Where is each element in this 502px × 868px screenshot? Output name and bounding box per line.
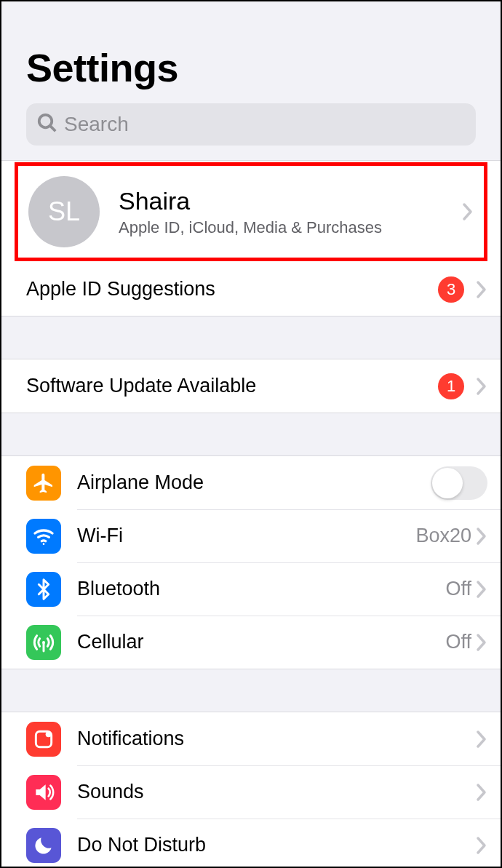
wifi-row[interactable]: Wi-Fi Box20 <box>1 509 501 562</box>
group-system: Notifications Sounds Do Not Disturb <box>1 712 501 868</box>
sounds-icon <box>26 775 61 810</box>
svg-point-2 <box>43 543 45 545</box>
group-account: SL Shaira Apple ID, iCloud, Media & Purc… <box>1 160 501 316</box>
row-label: Airplane Mode <box>77 471 431 494</box>
airplane-icon <box>26 466 61 501</box>
chevron-right-icon <box>476 632 487 653</box>
bluetooth-icon <box>26 572 61 607</box>
row-value: Box20 <box>415 525 471 547</box>
spacer <box>1 316 501 359</box>
chevron-right-icon <box>476 279 487 300</box>
notifications-row[interactable]: Notifications <box>1 712 501 765</box>
row-value: Off <box>445 578 471 600</box>
notifications-icon <box>26 722 61 757</box>
avatar-initials: SL <box>48 196 80 227</box>
profile-subtitle: Apple ID, iCloud, Media & Purchases <box>119 218 462 237</box>
profile-name: Shaira <box>119 187 462 215</box>
settings-screen: Settings Search SL Shaira Apple ID, iClo… <box>0 0 502 868</box>
header: Settings Search <box>1 1 501 160</box>
airplane-mode-row[interactable]: Airplane Mode <box>1 456 501 509</box>
chevron-right-icon <box>476 729 487 749</box>
moon-icon <box>26 828 61 863</box>
avatar: SL <box>28 176 100 247</box>
apple-id-suggestions-row[interactable]: Apple ID Suggestions 3 <box>1 263 501 316</box>
chevron-right-icon <box>476 376 487 397</box>
cellular-icon <box>26 625 61 660</box>
profile-text: Shaira Apple ID, iCloud, Media & Purchas… <box>119 187 462 237</box>
search-field[interactable]: Search <box>26 103 476 146</box>
dnd-row[interactable]: Do Not Disturb <box>1 819 501 868</box>
chevron-right-icon <box>476 579 487 600</box>
profile-row[interactable]: SL Shaira Apple ID, iCloud, Media & Purc… <box>18 166 484 258</box>
group-connectivity: Airplane Mode Wi-Fi Box20 Bluetooth Off <box>1 455 501 669</box>
sounds-row[interactable]: Sounds <box>1 765 501 819</box>
cellular-row[interactable]: Cellular Off <box>1 616 501 669</box>
chevron-right-icon <box>476 782 487 803</box>
spacer <box>1 669 501 712</box>
row-label: Bluetooth <box>77 578 445 600</box>
row-label: Wi-Fi <box>77 525 415 547</box>
search-placeholder: Search <box>64 113 129 136</box>
row-label: Notifications <box>77 728 476 750</box>
page-title: Settings <box>26 45 476 90</box>
spacer <box>1 413 501 455</box>
chevron-right-icon <box>476 526 487 546</box>
svg-point-0 <box>39 115 52 128</box>
row-label: Software Update Available <box>26 375 438 397</box>
row-label: Do Not Disturb <box>77 834 476 856</box>
group-update: Software Update Available 1 <box>1 359 501 413</box>
chevron-right-icon <box>476 835 487 856</box>
wifi-icon <box>26 519 61 554</box>
search-icon <box>36 112 58 137</box>
svg-point-6 <box>46 731 52 737</box>
row-label: Cellular <box>77 631 445 653</box>
toggle-knob <box>432 468 463 498</box>
row-label: Apple ID Suggestions <box>26 278 438 300</box>
chevron-right-icon <box>462 202 474 222</box>
svg-line-1 <box>50 126 55 131</box>
badge: 1 <box>438 373 464 399</box>
bluetooth-row[interactable]: Bluetooth Off <box>1 562 501 616</box>
highlight-box: SL Shaira Apple ID, iCloud, Media & Purc… <box>15 162 487 261</box>
airplane-toggle[interactable] <box>431 466 487 500</box>
row-label: Sounds <box>77 781 476 803</box>
software-update-row[interactable]: Software Update Available 1 <box>1 359 501 413</box>
row-value: Off <box>445 631 471 653</box>
badge: 3 <box>438 276 464 303</box>
